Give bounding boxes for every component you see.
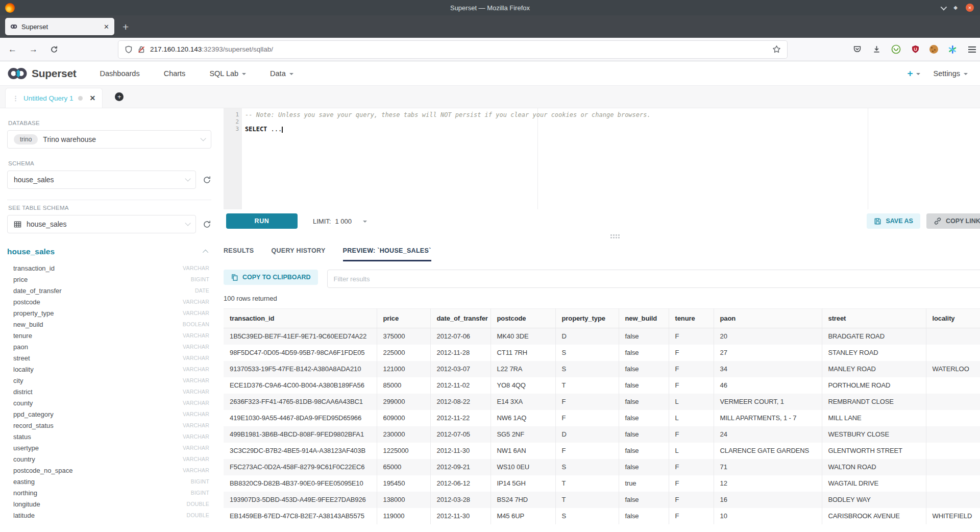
bookmark-star-icon[interactable] — [772, 45, 781, 54]
column-header-tenure[interactable]: tenure — [669, 309, 714, 328]
window-close-icon[interactable]: × — [966, 4, 974, 12]
table-section-header[interactable]: house_sales — [7, 247, 211, 256]
reload-icon[interactable] — [50, 45, 58, 54]
url-bar[interactable]: 217.160.120.143:32393/superset/sqllab/ — [118, 41, 787, 58]
editor-code-area[interactable]: -- Note: Unless you save your query, the… — [242, 108, 980, 209]
table-cell: NW1 6AN — [491, 443, 555, 459]
copy-to-clipboard-button[interactable]: COPY TO CLIPBOARD — [224, 270, 318, 285]
query-tab-active[interactable]: ⋮ Untitled Query 1 ✕ — [5, 88, 103, 108]
colorful-asterisk-icon[interactable] — [947, 44, 958, 55]
database-select[interactable]: trino Trino warehouse — [7, 130, 211, 149]
query-tab-close-icon[interactable]: ✕ — [90, 94, 96, 102]
schema-column-row[interactable]: eastingBIGINT — [7, 476, 211, 487]
results-tab-results[interactable]: RESULTS — [224, 240, 254, 261]
privacy-mask-icon[interactable] — [891, 44, 901, 55]
column-header-date-of-transfer[interactable]: date_of_transfer — [430, 309, 491, 328]
schema-column-row[interactable]: ppd_categoryVARCHAR — [7, 408, 211, 420]
column-header-postcode[interactable]: postcode — [491, 309, 555, 328]
schema-column-row[interactable]: cityVARCHAR — [7, 375, 211, 386]
new-browser-tab-button[interactable]: + — [122, 21, 129, 32]
superset-brand[interactable]: Superset — [7, 66, 76, 81]
schema-column-row[interactable]: tenureVARCHAR — [7, 330, 211, 341]
schema-column-name: ppd_category — [13, 410, 54, 418]
filter-results-input[interactable] — [327, 270, 980, 288]
table-cell: WAGTAIL DRIVE — [822, 475, 926, 492]
schema-column-row[interactable]: streetVARCHAR — [7, 352, 211, 364]
table-cell: 375000 — [377, 328, 430, 345]
table-row: 499B1981-3B6B-4BCD-808F-9FED9802BFA12300… — [224, 426, 980, 443]
results-tab-preview-house-sales[interactable]: PREVIEW: `HOUSE_SALES` — [343, 240, 431, 261]
add-query-tab-button[interactable]: + — [115, 92, 124, 101]
schema-column-row[interactable]: property_typeVARCHAR — [7, 307, 211, 319]
new-item-button[interactable]: + — [907, 68, 920, 78]
schema-column-row[interactable]: countryVARCHAR — [7, 453, 211, 465]
settings-menu[interactable]: Settings — [934, 69, 968, 78]
schema-column-row[interactable]: longitudeDOUBLE — [7, 498, 211, 510]
tracking-shield-icon[interactable] — [125, 45, 133, 54]
schema-column-row[interactable]: postcode_no_spaceVARCHAR — [7, 465, 211, 476]
schema-column-type: DOUBLE — [187, 512, 209, 518]
nav-item-sql-lab[interactable]: SQL Lab — [209, 69, 246, 78]
column-header-transaction-id[interactable]: transaction_id — [224, 309, 377, 328]
drag-handle-icon[interactable]: ⋮ — [12, 94, 19, 102]
nav-item-label: Charts — [164, 69, 186, 78]
ublock-shield-icon[interactable] — [910, 44, 920, 55]
column-header-street[interactable]: street — [822, 309, 926, 328]
refresh-schemas-icon[interactable] — [203, 176, 211, 184]
refresh-tables-icon[interactable] — [203, 220, 211, 229]
schema-column-row[interactable]: paonVARCHAR — [7, 341, 211, 352]
schema-column-row[interactable]: postcodeVARCHAR — [7, 296, 211, 307]
schema-column-type: VARCHAR — [183, 366, 209, 372]
schema-column-row[interactable]: date_of_transferDATE — [7, 285, 211, 296]
schema-select[interactable]: house_sales — [7, 171, 196, 189]
nav-item-dashboards[interactable]: Dashboards — [100, 69, 139, 78]
column-header-price[interactable]: price — [377, 309, 430, 328]
schema-column-row[interactable]: new_buildBOOLEAN — [7, 319, 211, 330]
schema-column-row[interactable]: record_statusVARCHAR — [7, 420, 211, 431]
save-as-button[interactable]: SAVE AS — [867, 213, 920, 229]
limit-dropdown[interactable]: LIMIT: 1 000 — [313, 217, 367, 225]
column-header-new-build[interactable]: new_build — [619, 309, 669, 328]
browser-tab[interactable]: Superset ✕ — [5, 18, 114, 35]
table-cell: 46 — [714, 377, 822, 394]
insecure-lock-icon[interactable] — [137, 45, 145, 54]
window-maximize-icon[interactable]: ◆ — [953, 5, 958, 10]
nav-item-data[interactable]: Data — [270, 69, 293, 78]
cookie-icon[interactable] — [929, 45, 938, 54]
schema-column-row[interactable]: usertypeVARCHAR — [7, 442, 211, 453]
schema-column-row[interactable]: districtVARCHAR — [7, 386, 211, 397]
table-select[interactable]: house_sales — [7, 215, 196, 233]
run-button[interactable]: RUN — [226, 213, 298, 229]
table-cell: WALTON ROAD — [822, 459, 926, 475]
table-cell: 499B1981-3B6B-4BCD-808F-9FED9802BFA1 — [224, 426, 377, 443]
column-header-property-type[interactable]: property_type — [555, 309, 619, 328]
window-minimize-icon[interactable] — [941, 4, 947, 10]
schema-column-row[interactable]: northingBIGINT — [7, 487, 211, 498]
schema-column-name: street — [13, 354, 30, 362]
schema-column-row[interactable]: latitudeDOUBLE — [7, 510, 211, 521]
pocket-icon[interactable] — [852, 44, 862, 55]
column-header-locality[interactable]: locality — [926, 309, 980, 328]
nav-item-charts[interactable]: Charts — [164, 69, 186, 78]
browser-tab-close-icon[interactable]: ✕ — [104, 23, 109, 31]
copy-link-button[interactable]: COPY LINK — [926, 213, 980, 229]
sqllab-sidebar: DATABASE trino Trino warehouse SCHEMA ho… — [0, 108, 219, 530]
schema-column-row[interactable]: priceBIGINT — [7, 274, 211, 285]
forward-icon[interactable]: → — [29, 45, 38, 54]
table-cell: 2012-03-28 — [430, 492, 491, 508]
schema-column-row[interactable]: statusVARCHAR — [7, 431, 211, 442]
sql-editor[interactable]: 1 2 3 -- Note: Unless you save your quer… — [224, 108, 980, 209]
column-header-paon[interactable]: paon — [714, 309, 822, 328]
url-path: :32393/superset/sqllab/ — [202, 45, 273, 53]
pane-resize-handle-icon[interactable] — [610, 234, 621, 239]
back-icon[interactable]: ← — [8, 45, 17, 54]
table-cell: E14 3XA — [491, 394, 555, 410]
download-icon[interactable] — [871, 44, 881, 55]
schema-column-row[interactable]: transaction_idVARCHAR — [7, 262, 211, 274]
schema-column-row[interactable]: countyVARCHAR — [7, 397, 211, 408]
menu-hamburger-icon[interactable] — [967, 44, 977, 55]
results-tab-query-history[interactable]: QUERY HISTORY — [272, 240, 326, 261]
chevron-up-icon[interactable] — [203, 250, 208, 255]
schema-column-row[interactable]: localityVARCHAR — [7, 364, 211, 375]
table-cell: ECE1D376-C9A6-4C00-B004-A380B189FA56 — [224, 377, 377, 394]
